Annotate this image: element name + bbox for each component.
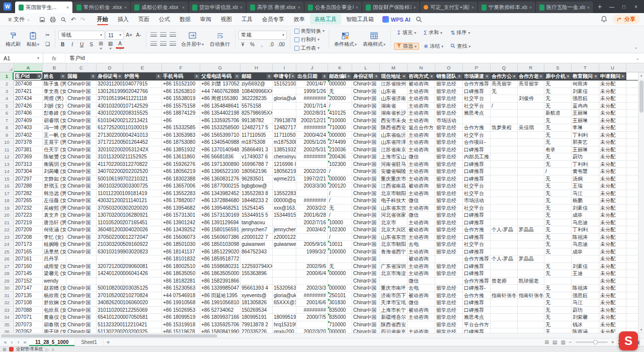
cell[interactable]: 凯琰留老 [518, 278, 544, 285]
cell[interactable]: 13851932 6 [273, 146, 296, 154]
cell[interactable]: 王瑞 [572, 183, 599, 190]
cell[interactable] [518, 175, 544, 183]
cell[interactable]: guiwanwei [240, 241, 273, 248]
cell[interactable]: 10011 [328, 241, 352, 248]
cell[interactable]: 桂婉唯 (女 [43, 241, 66, 248]
header-cell[interactable]: 申请顾问▼ [599, 72, 626, 80]
cell[interactable]: 15344915 5 [273, 212, 296, 219]
cell[interactable]: 无 [544, 80, 572, 88]
cell[interactable]: 北京市 [380, 219, 408, 227]
cell[interactable]: 142401200006041426 [97, 270, 123, 278]
cell[interactable]: xxx@163.c( [273, 205, 296, 212]
cell[interactable]: 未分配 [599, 168, 626, 175]
cell[interactable]: 2001/7/14 [296, 103, 328, 110]
cell[interactable]: 留学总经 [435, 226, 463, 234]
cell[interactable]: 2000/7/5 [296, 314, 328, 321]
cell[interactable]: China中国 [66, 103, 97, 110]
cell[interactable] [123, 110, 162, 117]
cell[interactable]: 微信 [408, 197, 435, 205]
column-header[interactable]: G [200, 63, 240, 72]
cell[interactable]: 罗晶晶 [518, 255, 544, 263]
cell[interactable] [123, 103, 162, 110]
cell[interactable]: 207165 [14, 248, 43, 256]
cell[interactable]: +86 13611860 [162, 153, 200, 161]
cell[interactable] [518, 307, 544, 314]
cell[interactable]: 周子琰 (女 [43, 328, 66, 333]
cell[interactable]: 未分配 [599, 292, 626, 300]
cell[interactable]: 270335226 [240, 328, 273, 333]
cell[interactable] [296, 190, 328, 198]
restore-button[interactable]: □ [618, 1, 630, 12]
cell[interactable]: 2002/8/31 [296, 110, 328, 117]
cell[interactable] [491, 285, 518, 292]
cell[interactable] [572, 278, 599, 285]
cell[interactable]: ######## [296, 153, 328, 161]
row-header[interactable]: 33 [0, 307, 14, 314]
row-header[interactable]: 17 [0, 190, 14, 198]
cell[interactable]: 未分配 [599, 212, 626, 219]
cell[interactable]: 微信 [408, 278, 435, 285]
cell[interactable]: 未分配 [599, 124, 626, 132]
cell[interactable]: 511302200203200325 [97, 328, 123, 333]
cell[interactable]: 马忠迪 [572, 219, 599, 227]
file-tab[interactable]: 贷款申请信息.xlsx× [189, 2, 247, 13]
cell[interactable]: 79913878 2 [273, 117, 296, 125]
cell[interactable]: 王丽琳 [572, 117, 599, 125]
bell-icon[interactable] [601, 16, 607, 23]
cell[interactable] [97, 255, 123, 263]
cell[interactable]: 电子科技大 [380, 197, 408, 205]
cell[interactable]: China中国 [352, 110, 380, 117]
cell[interactable]: 207223 [14, 212, 43, 219]
cell[interactable] [123, 183, 162, 190]
cell[interactable]: 留学总经 [435, 190, 463, 198]
cell[interactable]: 山东省 [380, 88, 408, 96]
sort-button[interactable]: ⇅排序▾ [448, 29, 473, 36]
cell[interactable]: 654101200007050581 [97, 314, 123, 321]
cell[interactable]: +86 13954682 [162, 205, 200, 212]
cell[interactable]: 无 [544, 95, 572, 103]
strikethrough-button[interactable]: S [87, 41, 96, 49]
cell[interactable]: 99138782 [240, 117, 273, 125]
cell[interactable]: 韩浩远 (男 [43, 190, 66, 198]
cell[interactable] [518, 197, 544, 205]
sheet-tab[interactable]: 11_28_5_1000 [29, 338, 75, 346]
cell[interactable]: jennychen7 [273, 226, 296, 234]
list-icon[interactable]: ≡ [51, 347, 54, 352]
cell[interactable]: 610104200212213421 [97, 117, 123, 125]
header-cell[interactable]: 申请专用▼ [273, 72, 296, 80]
cell[interactable] [518, 212, 544, 219]
cell[interactable]: 370105199411221118 [97, 95, 123, 103]
filter-icon[interactable]: ▼ [512, 74, 517, 79]
cell[interactable]: 曾老师 [491, 278, 518, 285]
cell[interactable]: 130126199902042766 [97, 88, 123, 96]
cell[interactable]: 陈雨涵 [572, 328, 599, 333]
cell[interactable]: 207173 [14, 241, 43, 248]
cell[interactable] [123, 226, 162, 234]
cell[interactable]: 重庆重庆市 [380, 175, 408, 183]
cell[interactable]: +86 13552283 [162, 190, 200, 198]
cell[interactable] [491, 95, 518, 103]
cell[interactable]: 无 [544, 197, 572, 205]
cell[interactable]: 留学总经 [435, 241, 463, 248]
cell[interactable]: 10000 [328, 219, 352, 227]
cell[interactable]: 207219 [14, 219, 43, 227]
number-format-select[interactable]: 常规▾ [238, 31, 287, 40]
cell[interactable]: 口碑推荐 [463, 328, 491, 333]
cell[interactable]: 274499 [328, 139, 352, 146]
cell[interactable]: 117110505 [273, 132, 296, 139]
cell[interactable]: 无 [544, 219, 572, 227]
cell[interactable]: 北京市朝阳 [380, 241, 408, 248]
tab-close-icon[interactable]: × [182, 5, 185, 10]
cell[interactable]: China中国 [66, 183, 97, 190]
cell[interactable]: 平台合作方 [463, 321, 491, 329]
ribbon-tab[interactable]: 表格工具 [310, 14, 341, 25]
cell[interactable]: 黄嘉仪 (女 [43, 314, 66, 321]
cell[interactable] [66, 278, 97, 285]
row-header[interactable]: 19 [0, 205, 14, 212]
cell[interactable]: China中国 [66, 80, 97, 88]
filter-icon[interactable]: ▼ [267, 74, 272, 79]
cell[interactable]: 山东省东营 [380, 205, 408, 212]
cell[interactable]: 郭美艺 [572, 139, 599, 146]
header-cell[interactable]: 邮箱▼ [240, 72, 273, 80]
cell[interactable]: 未分配 [599, 234, 626, 241]
